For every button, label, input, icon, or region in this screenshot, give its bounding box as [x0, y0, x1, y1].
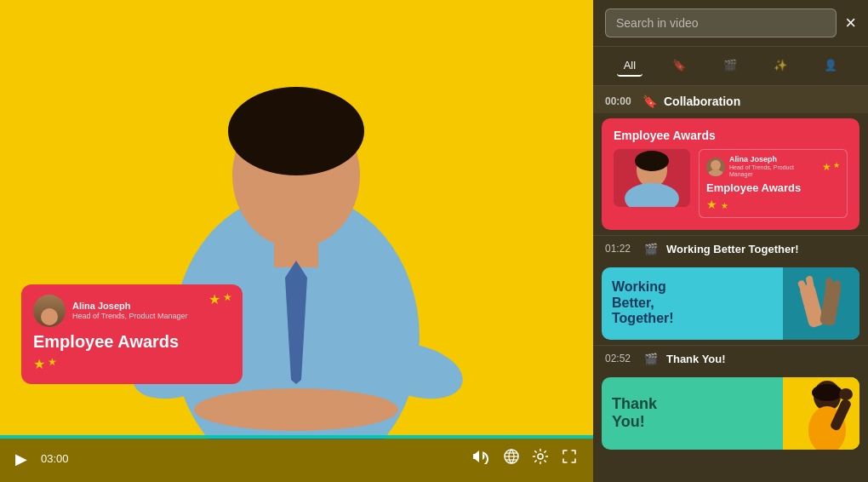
- time-display: 03:00: [41, 452, 69, 465]
- working-better-card-right: [783, 267, 859, 340]
- video-panel: Alina Joseph Head of Trends, Product Man…: [0, 0, 593, 482]
- effects-icon: ✨: [774, 59, 787, 72]
- chapter-time-0000: 00:00: [605, 95, 636, 107]
- close-button[interactable]: ×: [845, 14, 856, 32]
- tab-all[interactable]: All: [617, 55, 642, 77]
- scene-card-working-better[interactable]: WorkingBetter,Together!: [602, 267, 859, 340]
- star-icon-1: ★: [208, 291, 220, 307]
- star-icon-4: ★: [48, 356, 57, 372]
- scene-card-thumbnail: [614, 149, 690, 207]
- scene-mini-name: Alina Joseph: [729, 155, 818, 164]
- star-icon-2: ★: [223, 291, 232, 307]
- svg-point-32: [839, 388, 853, 400]
- svg-point-13: [538, 454, 543, 459]
- scene-card-employee-awards-title: Employee Awards: [614, 129, 848, 142]
- section-row-working-better[interactable]: 01:22 🎬 Working Better Together!: [593, 235, 868, 262]
- section-scenes-icon-2: 🎬: [644, 353, 658, 365]
- search-panel: × All 🔖 🎬 ✨ 👤 00:00 🔖 Collaboration: [593, 0, 868, 482]
- section-label-working-better: Working Better Together!: [666, 243, 856, 255]
- scenes-icon: 🎬: [723, 59, 737, 72]
- working-better-title: WorkingBetter,Together!: [612, 279, 773, 326]
- filter-tabs: All 🔖 🎬 ✨ 👤: [593, 47, 868, 86]
- tab-people[interactable]: 👤: [817, 55, 844, 77]
- scene-card-content: Alina Joseph Head of Trends, Product Man…: [699, 149, 848, 218]
- overlay-award-title: Employee Awards: [33, 332, 231, 351]
- thank-you-card-right: [783, 377, 859, 450]
- section-time-0252: 02:52: [605, 353, 636, 364]
- scene-mini-award: Employee Awards: [706, 181, 840, 194]
- overlay-avatar: [33, 295, 66, 327]
- section-row-thank-you[interactable]: 02:52 🎬 Thank You!: [593, 345, 868, 372]
- thank-you-card-left: ThankYou!: [602, 377, 783, 450]
- bookmark-icon: 🔖: [672, 59, 686, 72]
- tab-scenes[interactable]: 🎬: [717, 55, 744, 77]
- svg-point-18: [711, 160, 721, 170]
- progress-bar-fill: [0, 435, 593, 439]
- progress-bar-container[interactable]: [0, 435, 593, 439]
- svg-point-16: [635, 151, 669, 171]
- scene-card-employee-awards[interactable]: Employee Awards: [602, 118, 859, 230]
- settings-icon[interactable]: [532, 448, 549, 469]
- search-header: ×: [593, 0, 868, 47]
- overlay-person-title: Head of Trends, Product Manager: [72, 312, 231, 321]
- chapter-bookmark-icon: 🔖: [642, 95, 657, 108]
- section-label-thank-you: Thank You!: [666, 353, 856, 365]
- video-background: [0, 0, 593, 482]
- overlay-person-name: Alina Joseph: [72, 301, 231, 312]
- svg-rect-20: [783, 267, 859, 340]
- tab-all-label: All: [624, 59, 636, 72]
- chapter-header-collaboration: 00:00 🔖 Collaboration: [593, 86, 868, 113]
- chapter-title-collaboration: Collaboration: [664, 95, 740, 108]
- section-scenes-icon: 🎬: [644, 243, 658, 255]
- scene-card-thank-you[interactable]: ThankYou!: [602, 377, 859, 450]
- video-controls: ▶ 03:00: [0, 435, 593, 482]
- section-time-0122: 01:22: [605, 243, 636, 255]
- svg-point-2: [228, 87, 364, 175]
- scene-mini-subtitle: Head of Trends, Product Manager: [729, 164, 818, 179]
- tab-effects[interactable]: ✨: [767, 55, 794, 77]
- fullscreen-icon[interactable]: [561, 448, 578, 469]
- play-button[interactable]: ▶: [15, 450, 27, 468]
- globe-icon[interactable]: [503, 448, 520, 469]
- results-list: 00:00 🔖 Collaboration Employee Awards: [593, 86, 868, 482]
- svg-point-29: [812, 384, 842, 401]
- tab-bookmarks[interactable]: 🔖: [665, 55, 693, 77]
- people-icon: 👤: [824, 59, 837, 72]
- thank-you-title: ThankYou!: [612, 395, 773, 430]
- search-input-container: [605, 9, 837, 37]
- svg-point-8: [194, 388, 398, 431]
- overlay-award-card: Alina Joseph Head of Trends, Product Man…: [21, 284, 243, 384]
- search-input[interactable]: [605, 9, 837, 37]
- working-better-card-left: WorkingBetter,Together!: [602, 267, 783, 340]
- star-icon-3: ★: [33, 356, 45, 372]
- svg-point-19: [707, 169, 724, 176]
- volume-icon[interactable]: [472, 449, 491, 468]
